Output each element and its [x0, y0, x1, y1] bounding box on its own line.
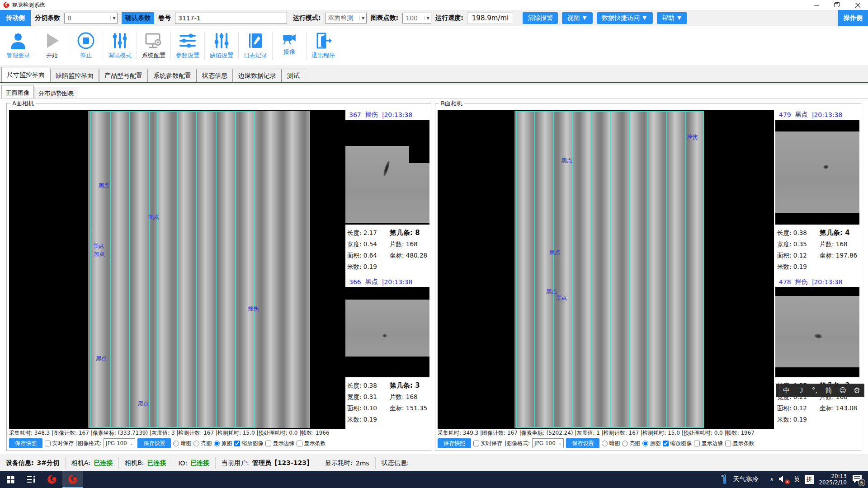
transmission-side-button[interactable]: 传动侧	[0, 10, 31, 26]
zoom-image-checkbox[interactable]	[663, 441, 669, 446]
debug-mode-button[interactable]: 调试模式	[105, 26, 134, 60]
realtime-save-checkbox[interactable]	[45, 441, 51, 446]
original-image-radio[interactable]	[642, 441, 648, 446]
app-icon-detection-active[interactable]	[62, 471, 83, 488]
language-indicator[interactable]: 英	[793, 475, 800, 483]
exit-program-button[interactable]: 退出程序	[309, 26, 338, 60]
defect-thumbnail	[345, 120, 429, 225]
weather-text[interactable]: 天气寒冷	[733, 475, 759, 483]
notification-badge: 6	[858, 479, 865, 486]
show-count-checkbox[interactable]	[297, 441, 302, 446]
minimize-button[interactable]	[806, 0, 826, 10]
defect-settings-button[interactable]: 缺陷设置	[207, 26, 236, 60]
monitor-gear-icon	[144, 31, 163, 50]
tab-product-model-config[interactable]: 产品型号配置	[99, 69, 148, 82]
sliders-horizontal-icon	[178, 31, 197, 50]
title-bar: 视觉检测系统	[0, 0, 868, 10]
save-settings-button[interactable]: 保存设置	[137, 438, 171, 448]
operator-side-button[interactable]: 操作侧	[838, 10, 868, 26]
punctuation-toggle[interactable]: °,	[807, 386, 821, 394]
image-format-select[interactable]: JPG 100⌄	[532, 438, 564, 448]
bright-image-radio[interactable]	[622, 441, 628, 446]
defect-card-header: 367 挫伤 |20:13:38	[345, 110, 429, 120]
defect-label: 黑点	[561, 157, 572, 164]
roll-number-input[interactable]: 3117-1	[175, 13, 287, 24]
chevron-down-icon: ⌄	[558, 441, 562, 446]
help-menu-button[interactable]: 帮助 ▼	[657, 12, 688, 24]
app-icon-detection[interactable]	[42, 471, 62, 488]
save-snapshot-button[interactable]: 保存快照	[438, 438, 471, 448]
slit-count-select[interactable]: 8▼	[64, 13, 118, 23]
camera-a-panel: A面相机 黑点 黑点 黑点 黑点 挫伤 黑点	[6, 103, 431, 451]
red-swirl-logo-icon	[68, 474, 78, 484]
camera-b-connection: 相机B:已连接	[119, 457, 172, 469]
defect-stats: 长度: 0.38 第几条: 3 宽度: 0.31 片数: 168 面积: 0.1…	[345, 377, 429, 425]
tray-expand-chevron[interactable]: ∧	[770, 476, 774, 483]
parameter-settings-button[interactable]: 参数设置	[173, 26, 202, 60]
tab-defect-monitor[interactable]: 缺陷监控界面	[50, 69, 99, 82]
camera-a-connection: 相机A:已连接	[66, 457, 119, 469]
tab-distribution-trend-chart[interactable]: 分布趋势图表	[34, 87, 78, 99]
image-format-label: |图像格式:	[76, 440, 101, 447]
admin-login-button[interactable]: 管理登录	[4, 26, 33, 60]
tab-status-info[interactable]: 状态信息	[197, 69, 233, 82]
camera-b-title: B面相机	[439, 99, 464, 108]
capture-button[interactable]: 摄像	[275, 26, 304, 56]
tab-test[interactable]: 测试	[282, 69, 305, 82]
bright-image-radio[interactable]	[193, 441, 199, 446]
task-list-icon	[27, 475, 36, 483]
simplified-toggle[interactable]: 简	[822, 386, 836, 395]
zoom-image-checkbox[interactable]	[234, 441, 240, 446]
dark-image-radio[interactable]	[602, 441, 608, 446]
defect-stats: 长度: 0.38 第几条: 4 宽度: 0.35 片数: 168 面积: 0.1…	[775, 225, 859, 272]
notification-center-button[interactable]: 6	[852, 474, 863, 485]
stop-button[interactable]: 停止	[71, 26, 100, 60]
image-format-select[interactable]: JPG 100⌄	[104, 438, 135, 448]
ime-chinese-toggle[interactable]: 中	[779, 386, 793, 395]
start-button[interactable]	[0, 471, 21, 488]
tab-front-image[interactable]: 正面图像	[1, 85, 34, 99]
view-menu-button[interactable]: 视图 ▼	[562, 12, 593, 24]
clear-alarm-button[interactable]: 清除报警	[523, 12, 558, 24]
defect-card-header: 478 挫伤 |20:13:38	[775, 277, 859, 287]
clock[interactable]: 20:13 2025/2/10	[819, 473, 847, 486]
ime-settings-gear-icon[interactable]: ⚙	[850, 386, 864, 395]
original-image-radio[interactable]	[214, 441, 220, 446]
tab-size-monitor[interactable]: 尺寸监控界面	[1, 67, 50, 82]
defect-stats: 长度: 2.17 第几条: 8 宽度: 0.54 片数: 168 面积: 0.6…	[345, 225, 429, 272]
ime-indicator[interactable]: 拼	[805, 475, 814, 484]
data-quick-access-button[interactable]: 数据快捷访问 ▼	[597, 12, 653, 24]
close-button[interactable]	[847, 0, 868, 10]
app-logo-icon	[3, 2, 9, 8]
camera-b-defect-list: 479 黑点 |20:13:38 长度: 0.38 第几条: 4 宽度: 0.3…	[775, 110, 859, 429]
defect-thumbnail	[775, 120, 859, 225]
volume-muted-icon[interactable]: ✕	[778, 475, 788, 483]
confirm-count-button[interactable]: 确认条数	[122, 12, 154, 24]
run-mode-select[interactable]: 双面检测▼	[325, 13, 367, 23]
defect-label: 黑点	[148, 213, 159, 221]
sliders-vertical-icon	[212, 31, 231, 50]
log-record-button[interactable]: 日志记录	[241, 26, 270, 60]
pinned-app-button[interactable]	[21, 471, 42, 488]
save-settings-button[interactable]: 保存设置	[566, 438, 599, 448]
system-config-button[interactable]: 系统配置	[139, 26, 168, 60]
save-snapshot-button[interactable]: 保存快照	[9, 438, 42, 448]
drag-handle[interactable]	[776, 384, 779, 397]
dark-image-radio[interactable]	[173, 441, 179, 446]
tab-edge-data-record[interactable]: 边缘数据记录	[233, 69, 282, 82]
show-edge-checkbox[interactable]	[694, 441, 700, 446]
camera-a-bottom-bar: 采集耗时: 348.3 |图像计数: 167 |像素坐标: (333,7139)…	[9, 429, 429, 450]
tab-system-param-config[interactable]: 系统参数配置	[148, 69, 197, 82]
image-format-label: |图像格式:	[505, 440, 530, 447]
emoji-icon[interactable]: ☺	[836, 386, 850, 394]
fullwidth-moon-icon[interactable]: ☽	[793, 386, 807, 394]
show-count-checkbox[interactable]	[725, 441, 731, 446]
user-icon	[9, 31, 28, 50]
realtime-save-checkbox[interactable]	[473, 441, 479, 446]
defect-label: 黑点	[556, 294, 567, 302]
start-button[interactable]: 开始	[38, 26, 66, 60]
show-edge-checkbox[interactable]	[265, 441, 271, 446]
restore-button[interactable]	[826, 0, 847, 10]
camera-b-panel: B面相机 挫伤 黑点 黑点 黑点 黑点	[435, 103, 861, 451]
chart-points-select[interactable]: 100▼	[402, 13, 431, 23]
